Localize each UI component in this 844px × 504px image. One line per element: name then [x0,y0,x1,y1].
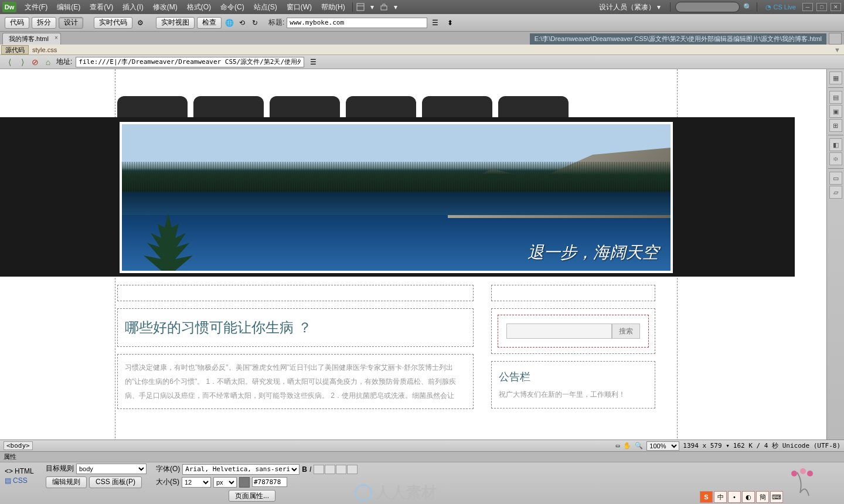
align-left-button[interactable] [314,465,324,474]
address-options-icon[interactable]: ☰ [308,57,318,67]
workspace-switcher[interactable]: 设计人员（紧凑） ▾ [594,2,665,12]
livecode-button[interactable]: 实时代码 [94,17,132,29]
menu-edit[interactable]: 编辑(E) [52,2,85,12]
databases-panel-icon[interactable]: ፨ [829,152,842,165]
ime-width-button[interactable]: ◐ [742,491,755,503]
blog-search-button[interactable]: 搜索 [612,323,640,339]
source-code-button[interactable]: 源代码 [1,45,29,55]
menu-view[interactable]: 查看(V) [85,2,118,12]
svg-rect-2 [381,6,387,10]
ap-elements-panel-icon[interactable]: ▣ [829,105,842,118]
hand-tool-icon[interactable]: ✋ [623,442,631,449]
font-label: 字体(O) [156,464,180,474]
address-input[interactable] [76,57,304,67]
bold-button[interactable]: B [302,465,307,474]
inspect-button[interactable]: 检查 [197,17,222,29]
menu-commands[interactable]: 命令(C) [216,2,249,12]
color-swatch[interactable] [239,477,250,488]
font-select[interactable]: Arial, Helvetica, sans-serif [182,464,300,475]
related-css-file[interactable]: style.css [29,46,60,53]
home-icon[interactable]: ⌂ [43,57,53,67]
document-tab[interactable]: 我的博客.html× [2,33,61,45]
ime-keyboard-icon[interactable]: ⌨ [770,491,783,503]
design-view-button[interactable]: 设计 [59,17,83,29]
hero-caption: 退一步，海阔天空 [528,241,659,264]
color-input[interactable] [252,477,287,487]
ime-punct-button[interactable]: • [728,491,741,503]
search-input[interactable] [675,2,740,12]
search-icon[interactable]: 🔍 [743,3,752,11]
expand-panel-icon[interactable] [829,33,842,45]
ime-lang-button[interactable]: 中 [714,491,727,503]
align-right-button[interactable] [336,465,346,474]
view-toolbar: 代码 拆分 设计 实时代码 ⚙ 实时视图 检查 🌐 ⟲ ↻ 标题: ☰ ⬍ [0,14,844,32]
refresh-nav-icon[interactable]: ⟲ [237,18,247,28]
panel-dock: ▦ ▤ ▣ ⊞ ◧ ፨ ▭ ▱ [826,69,844,440]
menu-file[interactable]: 文件(F) [20,2,52,12]
menu-site[interactable]: 站点(S) [249,2,282,12]
html-mode-button[interactable]: HTML [15,467,34,475]
design-canvas[interactable]: 退一步，海阔天空 哪些好的习惯可能让你生病 ？ 习惯决定健康，有时也"物极必反"… [0,69,826,440]
html-mode-icon[interactable]: <> [5,467,13,475]
css-mode-button[interactable]: CSS [13,476,28,485]
extension-dropdown[interactable]: ▾ [389,3,402,11]
forward-icon[interactable]: ⟩ [18,57,27,67]
filter-icon[interactable]: ▼ [834,46,840,53]
minimize-button[interactable]: ─ [802,3,813,11]
livecode-options-icon[interactable]: ⚙ [135,18,145,28]
files-panel-icon[interactable]: ▭ [829,172,842,185]
app-logo: Dw [2,2,16,12]
cslive-button[interactable]: ◔ CS Live [765,4,796,11]
liveview-button[interactable]: 实时视图 [156,17,195,29]
ime-logo-icon[interactable]: S [700,491,713,503]
document-title-input[interactable] [287,18,427,28]
split-view-button[interactable]: 拆分 [32,17,56,29]
select-tool-icon[interactable]: ▭ [616,442,620,449]
edit-rule-button[interactable]: 编辑规则 [46,476,87,488]
close-tab-icon[interactable]: × [55,35,58,41]
insert-panel-icon[interactable]: ▦ [829,71,842,84]
properties-tab[interactable]: 属性 [0,452,844,462]
extension-icon[interactable] [379,2,389,12]
stop-icon[interactable]: ⊘ [30,57,40,67]
target-rule-select[interactable]: body [76,464,147,474]
ime-trad-button[interactable]: 簡 [756,491,769,503]
tag-selector[interactable]: <body> [4,441,33,450]
assets-panel-icon[interactable]: ▱ [829,186,842,199]
related-files-bar: 源代码 style.css ▼ [0,45,844,55]
hero-image[interactable]: 退一步，海阔天空 [120,122,673,273]
bc-panel-icon[interactable]: ◧ [829,138,842,151]
menu-bar: Dw 文件(F) 编辑(E) 查看(V) 插入(I) 修改(M) 格式(O) 命… [0,0,844,14]
maximize-button[interactable]: □ [816,3,827,11]
menu-modify[interactable]: 修改(M) [148,2,182,12]
menu-help[interactable]: 帮助(H) [316,2,350,12]
align-justify-button[interactable] [347,465,358,474]
unit-select[interactable]: px [213,477,237,488]
title-options-icon[interactable]: ☰ [430,18,440,28]
close-button[interactable]: ✕ [831,3,841,11]
svg-point-5 [800,468,806,474]
css-mode-icon[interactable]: ▤ [5,476,11,485]
page-nav [0,96,795,117]
align-center-button[interactable] [325,465,335,474]
code-view-button[interactable]: 代码 [5,17,29,29]
css-panel-button[interactable]: CSS 面板(P) [89,476,142,488]
page-properties-button[interactable]: 页面属性... [229,490,275,502]
notice-text: 祝广大博友们在新的一年里，工作顺利！ [492,387,655,408]
zoom-tool-icon[interactable]: 🔍 [635,442,643,449]
refresh-design-icon[interactable]: ↻ [250,18,260,28]
back-icon[interactable]: ⟨ [5,57,14,67]
menu-format[interactable]: 格式(O) [182,2,216,12]
zoom-select[interactable]: 100% [646,441,679,451]
italic-button[interactable]: I [309,465,311,474]
menu-insert[interactable]: 插入(I) [118,2,148,12]
browser-preview-icon[interactable]: 🌐 [224,18,234,28]
css-styles-panel-icon[interactable]: ▤ [829,91,842,104]
layout-icon[interactable] [355,2,366,12]
layout-dropdown[interactable]: ▾ [366,3,379,11]
file-mgmt-icon[interactable]: ⬍ [445,18,455,28]
menu-window[interactable]: 窗口(W) [282,2,316,12]
tag-inspector-panel-icon[interactable]: ⊞ [829,119,842,132]
blog-search-input[interactable] [506,323,612,339]
size-select[interactable]: 12 [182,477,211,488]
